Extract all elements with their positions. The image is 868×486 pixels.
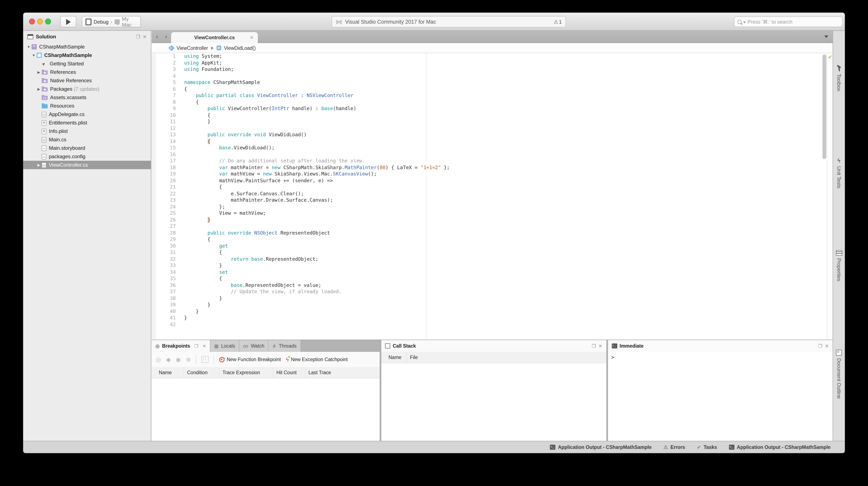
line-number[interactable]: 16 [152, 151, 176, 158]
expander-icon[interactable]: ▼ [26, 45, 32, 49]
expander-icon[interactable]: ▶ [36, 70, 42, 74]
dock-pad-button[interactable]: ❐ [194, 344, 198, 348]
navigate-back-button[interactable]: ‹ [156, 33, 158, 40]
close-pad-button[interactable]: ✕ [143, 34, 147, 39]
ide-status-pill[interactable]: ⋈ Visual Studio Community 2017 for Mac ⚠… [332, 16, 566, 27]
breadcrumb-item[interactable]: ViewDidLoad() [224, 45, 255, 50]
code-line[interactable]: 6{ [152, 86, 833, 92]
minimize-window-button[interactable] [37, 19, 43, 25]
zoom-window-button[interactable] [45, 19, 51, 25]
code-line[interactable]: 36 base.RepresentedObject = value; [152, 282, 833, 289]
warning-count-badge[interactable]: ⚠1 [554, 19, 562, 25]
code-line[interactable]: 16 [152, 151, 833, 158]
code-line[interactable]: 30 get [152, 243, 833, 249]
tree-item-appdelegate-cs[interactable]: AppDelegate.cs [23, 110, 151, 118]
dock-tab-toolbox[interactable]: Toolbox [833, 65, 845, 91]
statusbar-item-errors[interactable]: ⚠Errors [663, 444, 685, 450]
code-line[interactable]: 11 } [152, 118, 833, 125]
line-number[interactable]: 4 [152, 73, 176, 79]
line-number[interactable]: 10 [152, 112, 176, 118]
line-number[interactable]: 19 [152, 171, 176, 177]
breakpoint-tool-icon[interactable]: ◆ [166, 356, 170, 363]
breadcrumb-item[interactable]: ViewController [177, 45, 208, 50]
navigate-forward-button[interactable]: › [165, 33, 167, 40]
new-function-breakpoint-button[interactable]: +New Function Breakpoint [219, 357, 281, 362]
tab-viewcontroller-cs[interactable]: ViewController.cs ✕ [171, 32, 258, 43]
code-line[interactable]: 17 // Do any additional setup after load… [152, 158, 833, 164]
tree-item-main-storyboard[interactable]: Main.storyboard [23, 144, 151, 152]
code-line[interactable]: 13 public override void ViewDidLoad() [152, 132, 833, 138]
tree-item-packages[interactable]: ▶Packages (7 updates) [23, 85, 151, 93]
tree-item-main-cs[interactable]: Main.cs [23, 136, 151, 144]
expander-icon[interactable]: ▶ [36, 163, 42, 167]
column-header-name[interactable]: Name [385, 352, 407, 363]
line-number[interactable]: 34 [152, 269, 176, 276]
line-number[interactable]: 24 [152, 204, 176, 210]
code-line[interactable]: 12 [152, 125, 833, 132]
line-number[interactable]: 15 [152, 145, 176, 151]
code-line[interactable]: 25 View = mathView; [152, 210, 833, 217]
run-configuration-selector[interactable]: Debug › My Mac [82, 16, 141, 27]
line-number[interactable]: 39 [152, 302, 176, 308]
pad-divider[interactable] [606, 340, 608, 441]
line-number[interactable]: 26 [152, 217, 176, 223]
close-pad-button[interactable]: ✕ [203, 344, 206, 348]
code-line[interactable]: 40 } [152, 308, 833, 315]
code-line[interactable]: 3using Foundation; [152, 66, 833, 73]
code-line[interactable]: 7 public partial class ViewController : … [152, 92, 833, 99]
code-line[interactable]: 22 e.Surface.Canvas.Clear(); [152, 191, 833, 197]
dock-pad-button[interactable]: ❐ [592, 344, 596, 348]
column-header-last-trace[interactable]: Last Trace [305, 367, 347, 378]
line-number[interactable]: 2 [152, 60, 176, 66]
code-line[interactable]: 35 { [152, 276, 833, 282]
code-line[interactable]: 9 public ViewController(IntPtr handle) :… [152, 106, 833, 112]
search-options-chevron-icon[interactable] [743, 21, 746, 23]
breakpoint-properties-icon[interactable] [202, 356, 209, 363]
expander-icon[interactable]: ▶ [36, 87, 42, 91]
code-line[interactable]: 8 { [152, 99, 833, 106]
code-line[interactable]: 27 [152, 223, 833, 230]
line-number[interactable]: 37 [152, 289, 176, 295]
tree-item-csharpmathsample[interactable]: ▼CSharpMathSample [23, 42, 151, 51]
code-line[interactable]: 18 var mathPainter = new CSharpMath.Skia… [152, 164, 833, 171]
pad-divider[interactable] [380, 340, 381, 441]
code-line[interactable]: 42 [152, 321, 833, 328]
breakpoint-tool-icon[interactable]: ◎ [156, 356, 161, 363]
code-line[interactable]: 32 return base.RepresentedObject; [152, 256, 833, 262]
code-line[interactable]: 39 } [152, 302, 833, 308]
pad-tab-locals[interactable]: ▦Locals [211, 340, 239, 352]
column-header-name[interactable]: Name [156, 367, 184, 378]
code-line[interactable]: 2using AppKit; [152, 60, 833, 66]
code-line[interactable]: 38 } [152, 295, 833, 302]
tree-item-info-plist[interactable]: Info.plist [23, 127, 151, 136]
line-number[interactable]: 29 [152, 236, 176, 243]
run-button[interactable] [60, 16, 76, 27]
line-number[interactable]: 41 [152, 315, 176, 321]
line-number[interactable]: 13 [152, 132, 176, 138]
code-line[interactable]: 33 } [152, 262, 833, 269]
statusbar-item-tasks[interactable]: ✓Tasks [697, 444, 717, 450]
tree-item-assets-xcassets[interactable]: Assets.xcassets [23, 93, 151, 102]
dock-tab-unit-tests[interactable]: ϟUnit Tests [833, 158, 845, 189]
code-line[interactable]: 41} [152, 315, 833, 321]
line-number[interactable]: 28 [152, 230, 176, 236]
line-number[interactable]: 3 [152, 66, 176, 73]
code-line[interactable]: 20 mathView.PaintSurface += (sender, e) … [152, 177, 833, 184]
breakpoint-tool-icon[interactable]: ⊗ [186, 356, 191, 363]
code-line[interactable]: 26 } [152, 217, 833, 223]
column-header-hit-count[interactable]: Hit Count [273, 367, 305, 378]
code-line[interactable]: 4 [152, 73, 833, 79]
column-header-condition[interactable]: Condition [184, 367, 219, 378]
line-number[interactable]: 38 [152, 295, 176, 302]
line-number[interactable]: 18 [152, 164, 176, 171]
line-number[interactable]: 31 [152, 249, 176, 256]
code-line[interactable]: 15 base.ViewDidLoad(); [152, 145, 833, 151]
statusbar-item-application-output-csharpmathsample[interactable]: >_Application Output - CSharpMathSample [550, 445, 652, 450]
code-line[interactable]: 31 { [152, 249, 833, 256]
dock-tab-document-outline[interactable]: Document Outline [833, 350, 845, 399]
search-input[interactable]: Press '⌘.' to search [734, 17, 843, 27]
code-line[interactable]: 1using System; [152, 53, 833, 60]
line-number[interactable]: 32 [152, 256, 176, 262]
column-header-trace-expression[interactable]: Trace Expression [219, 367, 273, 378]
resize-grip[interactable] [838, 447, 843, 452]
